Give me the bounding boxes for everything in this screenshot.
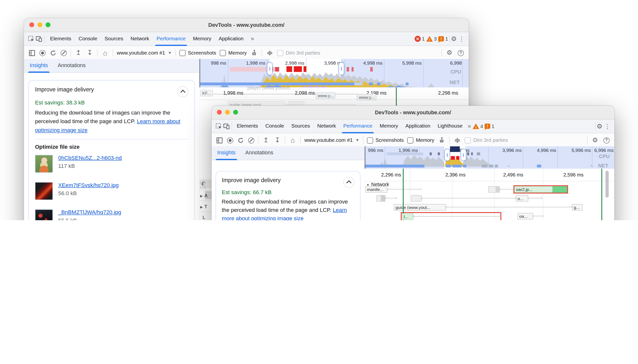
record-icon[interactable]: [39, 50, 46, 56]
close-button[interactable]: [29, 22, 34, 27]
kebab-menu-icon[interactable]: ⋮: [603, 122, 611, 130]
selection-handle-right[interactable]: ∥: [339, 62, 344, 75]
network-request[interactable]: o...: [516, 195, 528, 202]
tab-annotations[interactable]: Annotations: [245, 146, 273, 160]
issues-badge-icon[interactable]: !: [438, 36, 444, 41]
tab-console[interactable]: Console: [262, 120, 288, 133]
zoom-button[interactable]: [46, 22, 51, 27]
issues-badge-icon[interactable]: !: [485, 124, 490, 129]
screenshots-toggle[interactable]: Screenshots: [367, 137, 404, 143]
collapse-tracks-icon[interactable]: [453, 136, 461, 144]
tab-annotations[interactable]: Annotations: [58, 59, 86, 72]
help-icon[interactable]: ?: [457, 49, 465, 56]
tab-memory[interactable]: Memory: [376, 120, 402, 133]
timeline-overview[interactable]: 996 ms 1,996 ms 2,996 ms 3,996 ms 4,996 …: [365, 146, 614, 169]
kebab-menu-icon[interactable]: ⋮: [458, 35, 465, 42]
home-icon[interactable]: ⌂: [101, 49, 109, 56]
target-selector[interactable]: www.youtube.com #1 ▼: [117, 50, 172, 56]
error-badge-icon[interactable]: ✕: [415, 36, 421, 42]
screenshots-toggle[interactable]: Screenshots: [179, 50, 216, 56]
window1-titlebar[interactable]: DevTools - www.youtube.com/: [24, 18, 469, 32]
tab-application[interactable]: Application: [402, 120, 434, 133]
warning-badge-icon[interactable]: !: [473, 124, 479, 129]
panel-settings-gear-icon[interactable]: ⚙: [591, 136, 599, 144]
request-badge[interactable]: www.y...: [316, 92, 335, 98]
file-link[interactable]: 0hCbSENu5Z...2-h603-nd: [58, 155, 122, 161]
insight-card[interactable]: Improve image delivery Est savings: 38.3…: [29, 80, 195, 220]
memory-toggle[interactable]: Memory: [408, 137, 434, 143]
download-profile-icon[interactable]: ↧: [86, 49, 94, 56]
tab-sources[interactable]: Sources: [101, 32, 127, 46]
inspect-icon[interactable]: [27, 35, 35, 42]
network-scrollbar-thumb[interactable]: [605, 171, 609, 198]
collapse-insight-button[interactable]: [344, 177, 355, 188]
ruler-tick: 2,298 ms: [438, 90, 458, 96]
settings-gear-icon[interactable]: ⚙: [450, 35, 458, 42]
clear-icon[interactable]: [248, 137, 254, 143]
tab-elements[interactable]: Elements: [233, 120, 262, 133]
memory-checkbox[interactable]: [220, 50, 226, 56]
download-profile-icon[interactable]: ↧: [273, 136, 281, 144]
reload-record-icon[interactable]: [237, 136, 244, 144]
selection-handle-right[interactable]: ∥: [461, 149, 466, 161]
target-selector[interactable]: www.youtube.com #1 ▼: [304, 138, 359, 143]
tab-lighthouse[interactable]: Lighthouse: [434, 120, 466, 133]
timeline-overview[interactable]: 998 ms 1,998 ms 2,998 ms 3,998 ms 4,998 …: [199, 59, 469, 88]
selection-handle-left[interactable]: ∥: [267, 62, 273, 75]
tab-performance[interactable]: Performance: [153, 32, 189, 46]
tab-console[interactable]: Console: [75, 32, 101, 46]
tab-network[interactable]: Network: [314, 120, 340, 133]
minimize-button[interactable]: [37, 22, 42, 27]
tab-application[interactable]: Application: [215, 32, 247, 46]
device-toolbar-icon[interactable]: [223, 122, 230, 130]
est-savings: Est savings: 66.7 kB: [222, 190, 354, 196]
toggle-sidebar-icon[interactable]: [215, 136, 223, 144]
close-button[interactable]: [217, 110, 222, 114]
request-badge[interactable]: www.y...: [357, 94, 377, 100]
settings-gear-icon[interactable]: ⚙: [596, 122, 603, 130]
tab-insights[interactable]: Insights: [30, 59, 48, 72]
toggle-sidebar-icon[interactable]: [28, 49, 36, 56]
network-request[interactable]: guide (www.yout...: [394, 204, 446, 210]
upload-profile-icon[interactable]: ↥: [75, 49, 82, 56]
screenshots-checkbox[interactable]: [367, 137, 373, 143]
file-link[interactable]: _BnBMZTlJWA/hq720.jpg: [58, 210, 121, 216]
record-icon[interactable]: [227, 137, 233, 143]
tab-performance[interactable]: Performance: [340, 120, 376, 133]
file-link[interactable]: XEem7tFSvsk/hq720.jpg: [58, 182, 119, 188]
warning-badge-icon[interactable]: !: [426, 36, 433, 42]
memory-toggle[interactable]: Memory: [220, 50, 246, 56]
window2-titlebar[interactable]: DevTools - www.youtube.com/: [212, 106, 614, 120]
reload-record-icon[interactable]: [49, 49, 57, 56]
collapse-tracks-icon[interactable]: [266, 49, 273, 56]
device-toolbar-icon[interactable]: [35, 35, 43, 42]
home-icon[interactable]: ⌂: [289, 136, 296, 144]
insight-card[interactable]: Improve image delivery Est savings: 66.7…: [215, 171, 361, 220]
help-icon[interactable]: ?: [602, 136, 610, 144]
clear-icon[interactable]: [61, 50, 67, 56]
tab-memory[interactable]: Memory: [189, 32, 215, 46]
minimize-button[interactable]: [225, 110, 230, 114]
gc-brush-icon[interactable]: [438, 136, 446, 144]
inspect-icon[interactable]: [215, 122, 222, 130]
tab-elements[interactable]: Elements: [47, 32, 75, 46]
more-tabs-icon[interactable]: »: [466, 120, 473, 133]
tab-network[interactable]: Network: [127, 32, 153, 46]
screenshots-checkbox[interactable]: [179, 50, 185, 56]
panel-settings-gear-icon[interactable]: ⚙: [446, 49, 453, 56]
memory-checkbox[interactable]: [408, 137, 414, 143]
network-request[interactable]: g...: [572, 204, 583, 210]
zoom-button[interactable]: [233, 110, 238, 114]
upload-profile-icon[interactable]: ↥: [262, 136, 270, 144]
collapse-insight-button[interactable]: [177, 86, 188, 97]
network-request[interactable]: oa...: [517, 213, 533, 220]
gc-brush-icon[interactable]: [250, 49, 258, 56]
kf-marker-badge[interactable]: KF...: [200, 90, 213, 96]
selection-handle-left[interactable]: ∥: [444, 149, 450, 161]
tab-insights[interactable]: Insights: [217, 146, 235, 160]
network-request-oar2[interactable]: oar2.jp...: [514, 186, 552, 192]
tab-sources[interactable]: Sources: [288, 120, 314, 133]
network-track-label[interactable]: ▼Network: [366, 182, 389, 187]
more-tabs-icon[interactable]: »: [247, 32, 258, 46]
network-request[interactable]: I...: [402, 213, 413, 220]
